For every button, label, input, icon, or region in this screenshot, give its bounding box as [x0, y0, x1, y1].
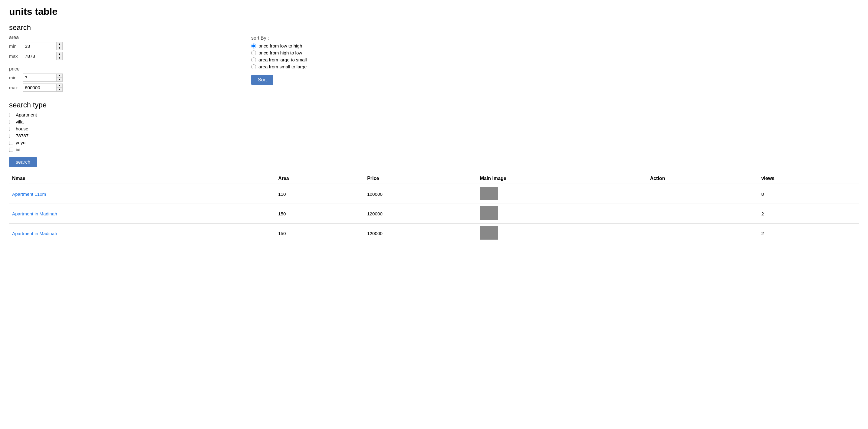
type-78787-checkbox[interactable] — [9, 134, 13, 138]
search-section: search area min ▲ ▼ max — [9, 23, 859, 92]
search-type-section: search type Apartment villa house 78787 … — [9, 101, 859, 167]
sort-option-area-small: area from small to large — [251, 64, 307, 69]
price-label: price — [9, 66, 859, 72]
cell-action — [647, 184, 758, 204]
sort-radio-price-low[interactable] — [251, 43, 256, 48]
type-house-checkbox[interactable] — [9, 127, 13, 131]
price-max-down-btn[interactable]: ▼ — [56, 88, 62, 91]
type-yuyu-label: yuyu — [16, 140, 25, 145]
type-villa-label: villa — [16, 119, 24, 124]
price-max-input-wrap: ▲ ▼ — [23, 84, 63, 92]
area-field-group: area min ▲ ▼ max — [9, 35, 859, 60]
cell-action — [647, 204, 758, 224]
type-iui: iui — [9, 147, 859, 152]
cell-price: 100000 — [364, 184, 477, 204]
unit-link[interactable]: Apartment 110m — [12, 192, 46, 197]
page-title: units table — [9, 6, 859, 17]
units-table: Nmae Area Price Main Image Action views … — [9, 173, 859, 243]
sort-label-price-low: price from low to high — [258, 43, 302, 48]
sort-radio-area-small[interactable] — [251, 64, 256, 69]
price-max-up-btn[interactable]: ▲ — [56, 84, 62, 88]
cell-price: 120000 — [364, 224, 477, 243]
type-iui-checkbox[interactable] — [9, 147, 13, 152]
cell-main-image — [477, 224, 647, 243]
unit-image — [480, 206, 498, 220]
search-type-title: search type — [9, 101, 859, 109]
price-min-row: min ▲ ▼ — [9, 73, 859, 82]
cell-views: 2 — [758, 224, 859, 243]
type-apartment-label: Apartment — [16, 112, 37, 118]
sort-option-area-large: area from large to small — [251, 57, 307, 62]
cell-views: 2 — [758, 204, 859, 224]
unit-link[interactable]: Apartment in Madinah — [12, 211, 57, 216]
area-max-label: max — [9, 54, 20, 59]
col-price: Price — [364, 173, 477, 184]
type-iui-label: iui — [16, 147, 20, 152]
type-house-label: house — [16, 126, 28, 131]
sort-option-price-low: price from low to high — [251, 43, 307, 48]
area-min-label: min — [9, 43, 20, 49]
area-min-row: min ▲ ▼ — [9, 42, 859, 50]
col-name: Nmae — [9, 173, 275, 184]
sort-section: sort By : price from low to high price f… — [251, 35, 307, 85]
cell-price: 120000 — [364, 204, 477, 224]
type-villa-checkbox[interactable] — [9, 120, 13, 124]
price-min-label: min — [9, 75, 20, 80]
sort-radio-area-large[interactable] — [251, 58, 256, 62]
price-min-up-btn[interactable]: ▲ — [56, 74, 62, 78]
cell-views: 8 — [758, 184, 859, 204]
cell-main-image — [477, 184, 647, 204]
col-area: Area — [275, 173, 364, 184]
area-min-input-wrap: ▲ ▼ — [23, 42, 63, 50]
sort-label-price-high: price from high to low — [258, 50, 302, 55]
search-title: search — [9, 23, 859, 32]
type-78787-label: 78787 — [16, 133, 28, 138]
table-row: Apartment in Madinah1501200002 — [9, 224, 859, 243]
sort-button[interactable]: Sort — [251, 75, 273, 85]
type-yuyu-checkbox[interactable] — [9, 141, 13, 145]
cell-action — [647, 224, 758, 243]
area-max-row: max ▲ ▼ — [9, 52, 859, 60]
table-header-row: Nmae Area Price Main Image Action views — [9, 173, 859, 184]
type-apartment: Apartment — [9, 112, 859, 118]
area-label: area — [9, 35, 859, 40]
sort-label-area-large: area from large to small — [258, 57, 307, 62]
type-villa: villa — [9, 119, 859, 124]
cell-name: Apartment in Madinah — [9, 204, 275, 224]
col-main-image: Main Image — [477, 173, 647, 184]
price-max-row: max ▲ ▼ — [9, 84, 859, 92]
type-yuyu: yuyu — [9, 140, 859, 145]
area-max-input-wrap: ▲ ▼ — [23, 52, 63, 60]
sort-by-label: sort By : — [251, 35, 307, 41]
type-apartment-checkbox[interactable] — [9, 113, 13, 117]
search-button[interactable]: search — [9, 157, 37, 167]
cell-name: Apartment 110m — [9, 184, 275, 204]
sort-radio-price-high[interactable] — [251, 51, 256, 55]
cell-main-image — [477, 204, 647, 224]
col-action: Action — [647, 173, 758, 184]
table-body: Apartment 110m1101000008Apartment in Mad… — [9, 184, 859, 243]
sort-option-price-high: price from high to low — [251, 50, 307, 55]
unit-image — [480, 187, 498, 200]
table-row: Apartment 110m1101000008 — [9, 184, 859, 204]
area-max-up-btn[interactable]: ▲ — [56, 52, 62, 56]
type-house: house — [9, 126, 859, 131]
price-min-down-btn[interactable]: ▼ — [56, 78, 62, 81]
area-max-down-btn[interactable]: ▼ — [56, 56, 62, 60]
price-min-input-wrap: ▲ ▼ — [23, 73, 63, 82]
table-row: Apartment in Madinah1501200002 — [9, 204, 859, 224]
cell-area: 150 — [275, 204, 364, 224]
cell-name: Apartment in Madinah — [9, 224, 275, 243]
unit-image — [480, 226, 498, 240]
price-max-label: max — [9, 85, 20, 90]
area-min-up-btn[interactable]: ▲ — [56, 42, 62, 46]
sort-label-area-small: area from small to large — [258, 64, 307, 69]
cell-area: 150 — [275, 224, 364, 243]
area-min-down-btn[interactable]: ▼ — [56, 46, 62, 50]
cell-area: 110 — [275, 184, 364, 204]
unit-link[interactable]: Apartment in Madinah — [12, 231, 57, 236]
col-views: views — [758, 173, 859, 184]
type-78787: 78787 — [9, 133, 859, 138]
price-field-group: price min ▲ ▼ max — [9, 66, 859, 92]
